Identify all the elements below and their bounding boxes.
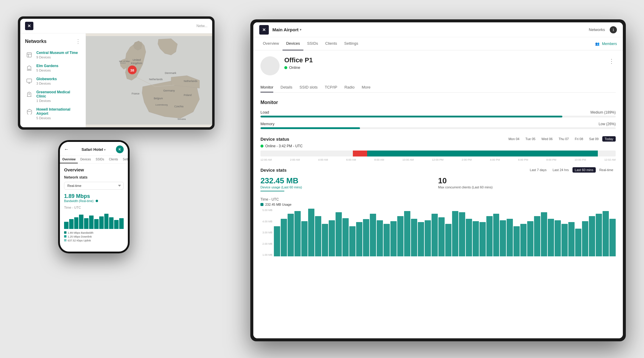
stat-usage-value: 232.45 MB xyxy=(260,176,438,185)
chart-bar-10 xyxy=(342,218,349,256)
right-tablet-nav: Overview Devices SSIDs Clients Settings … xyxy=(253,37,623,50)
chart-bar-33 xyxy=(500,220,506,256)
network-info-2: Elm Gardens 5 Devices xyxy=(36,64,81,72)
svg-text:Netherlands: Netherlands xyxy=(184,80,198,83)
members-button[interactable]: 👥 Members xyxy=(595,42,617,46)
device-tab-more[interactable]: More xyxy=(362,83,371,92)
phone-timerange-select[interactable]: Real-time Last 7 days Last 24 hrs xyxy=(64,182,124,190)
rtablet-nav-overview[interactable]: Overview xyxy=(259,37,283,50)
day-tab-today[interactable]: Today xyxy=(602,136,616,142)
chart-bar-47 xyxy=(596,214,602,256)
day-tab-thu07[interactable]: Thu 07 xyxy=(556,136,571,142)
right-tablet-content: Office P1 Online ⋮ Monitor Details SSID … xyxy=(253,50,623,338)
members-icon: 👥 xyxy=(595,42,600,46)
phone-nav-devices[interactable]: Devices xyxy=(78,156,93,163)
rtablet-nav-ssids[interactable]: SSIDs xyxy=(303,37,322,50)
chart-bar-27 xyxy=(459,212,465,256)
right-tablet-header-right: Networks 1 xyxy=(589,26,617,33)
device-status: Online xyxy=(284,65,607,70)
right-tablet-screen: ✕ Main Airport ▾ Networks 1 Overview Dev… xyxy=(253,22,623,338)
svg-text:Poland: Poland xyxy=(184,94,192,97)
network-name-5[interactable]: Howell International Airport xyxy=(36,107,81,116)
networks-link[interactable]: Networks xyxy=(589,27,605,32)
svg-text:Luxembourg: Luxembourg xyxy=(155,103,167,106)
day-tab-wed06[interactable]: Wed 06 xyxy=(539,136,555,142)
chart-bar-22 xyxy=(425,220,431,256)
device-tab-ssid-slots[interactable]: SSID slots xyxy=(300,83,318,92)
chart-bar-5 xyxy=(308,209,314,256)
svg-text:Kingdom: Kingdom xyxy=(131,61,142,65)
day-tab-mon04[interactable]: Mon 04 xyxy=(506,136,522,142)
network-item-1[interactable]: Central Museum of Time 9 Devices xyxy=(20,48,86,61)
phone-nav-ssids[interactable]: SSIDs xyxy=(93,156,106,163)
network-name-1[interactable]: Central Museum of Time xyxy=(36,51,81,55)
chart-bar-7 xyxy=(322,224,328,256)
timeline-bar xyxy=(260,151,616,156)
chart-bar-46 xyxy=(589,216,595,256)
back-button[interactable]: ← xyxy=(64,147,69,152)
tablet-logo: ✕ xyxy=(25,22,33,30)
network-item-2[interactable]: Elm Gardens 5 Devices xyxy=(20,61,86,75)
chart-legend-dot xyxy=(260,203,263,206)
device-tab-radio[interactable]: Radio xyxy=(344,83,355,92)
network-item-4[interactable]: Greenwood Medical Clinic 1 Devices xyxy=(20,88,86,105)
chart-bar-6 xyxy=(315,216,321,256)
stat-item-usage: 232.45 MB Device usage (Last 60 mins) xyxy=(260,176,438,191)
phone-title: Safari Hotel ▾ xyxy=(71,147,116,152)
time-tab-realtime[interactable]: Real-time xyxy=(597,167,616,173)
day-tab-fri08[interactable]: Fri 08 xyxy=(572,136,586,142)
left-tablet-screen: ✕ Netw... Networks ⋮ Central Museum of T… xyxy=(20,19,212,127)
svg-text:France: France xyxy=(132,92,140,95)
phone-chart-legend: 1.89 Mbps Bandwidth 1.25 Mbps Downlink 6… xyxy=(64,231,124,242)
network-devices-2: 5 Devices xyxy=(36,69,81,72)
device-more-button[interactable]: ⋮ xyxy=(607,56,616,66)
network-icon-1 xyxy=(25,51,33,59)
network-item-3[interactable]: Globeworks 3 Devices xyxy=(20,75,86,88)
tablet-header: ✕ Netw... xyxy=(20,19,212,33)
network-icon-4 xyxy=(25,90,33,98)
title-dropdown-arrow[interactable]: ▾ xyxy=(300,28,301,31)
svg-text:Czechia: Czechia xyxy=(174,105,184,108)
timeline-labels: 12:00 AM 2:00 AM 4:00 AM 6:00 AM 8:00 AM… xyxy=(260,158,616,161)
time-tab-24hrs[interactable]: Last 24 hrs xyxy=(550,167,571,173)
network-info-5: Howell International Airport 5 Devices xyxy=(36,107,81,120)
stat-item-clients: 10 Max concurrent clients (Last 60 mins) xyxy=(438,176,616,191)
device-stats-title: Device stats xyxy=(260,168,287,173)
day-tab-tue05[interactable]: Tue 05 xyxy=(523,136,538,142)
rtablet-nav-settings[interactable]: Settings xyxy=(341,37,362,50)
network-name-4[interactable]: Greenwood Medical Clinic xyxy=(36,90,81,98)
chart-bar-37 xyxy=(527,221,533,256)
phone-nav-overview[interactable]: Overview xyxy=(60,156,78,163)
memory-metric-row: Memory Low (26%) xyxy=(260,122,616,126)
device-tab-tcpip[interactable]: TCP/IP xyxy=(325,83,337,92)
phone-avatar: K xyxy=(116,145,124,153)
rtablet-nav-clients[interactable]: Clients xyxy=(322,37,341,50)
time-tab-7days[interactable]: Last 7 days xyxy=(527,167,549,173)
memory-label: Memory xyxy=(260,122,274,126)
network-item-5[interactable]: Howell International Airport 5 Devices xyxy=(20,105,86,122)
right-tablet-title: Main Airport ▾ xyxy=(272,27,301,32)
time-tab-60mins[interactable]: Last 60 mins xyxy=(572,167,596,173)
sidebar-more-button[interactable]: ⋮ xyxy=(75,38,81,45)
rtablet-nav-devices[interactable]: Devices xyxy=(283,37,303,50)
day-tabs: Mon 04 Tue 05 Wed 06 Thu 07 Fri 08 Sat 0… xyxy=(506,136,616,142)
load-metric-row: Load Medium (189%) xyxy=(260,110,616,114)
chart-bar-0 xyxy=(274,226,280,256)
day-tab-sat09[interactable]: Sat 09 xyxy=(587,136,601,142)
network-name-3[interactable]: Globeworks xyxy=(36,77,81,81)
load-bar-bg xyxy=(260,116,616,117)
chart-bar-11 xyxy=(349,226,356,256)
device-tab-details[interactable]: Details xyxy=(280,83,292,92)
stat-divider xyxy=(260,191,284,191)
chart-bar-40 xyxy=(548,219,554,256)
svg-rect-0 xyxy=(27,53,32,57)
device-tab-monitor[interactable]: Monitor xyxy=(260,83,273,92)
phone-nav-clients[interactable]: Clients xyxy=(106,156,120,163)
chart-bar-21 xyxy=(418,222,424,256)
network-name-2[interactable]: Elm Gardens xyxy=(36,64,81,68)
memory-bar-fill xyxy=(260,127,360,129)
device-info: Office P1 Online xyxy=(284,56,607,70)
chart-bar-28 xyxy=(466,219,472,256)
device-status-text: Online xyxy=(289,65,300,70)
phone-nav-settings[interactable]: Sett... xyxy=(120,156,128,163)
